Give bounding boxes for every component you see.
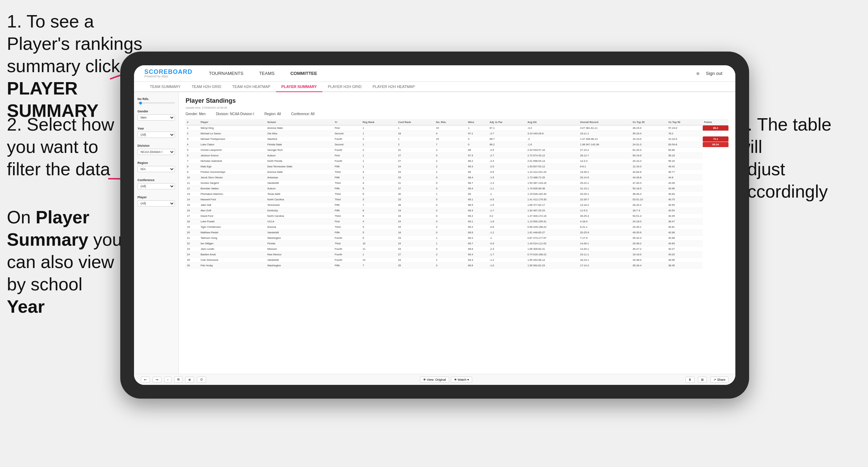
col-school: School: [266, 119, 333, 125]
redo-button[interactable]: ↪: [153, 377, 162, 383]
instruction-bottom: On Player Summary you can also view by s…: [7, 206, 124, 318]
table-row: 2Michael Le SassoOle MissSecond118067.1-…: [186, 131, 728, 136]
header-right: ⊕ Sign out: [696, 69, 725, 77]
subnav-team-summary[interactable]: TEAM SUMMARY: [144, 82, 186, 92]
col-num: #: [186, 119, 199, 125]
table-row: 11Gordon SargentVanderbiltThird421068.7-…: [186, 180, 728, 186]
toolbar-center: 👁 View: Original 👁 Watch ▾: [420, 377, 472, 383]
subnav-team-h2h-heatmap[interactable]: TEAM H2H HEATMAP: [227, 82, 276, 92]
conference-section: Conference (All): [137, 178, 175, 189]
page-title: Player Standings: [186, 97, 728, 104]
no-rds-slider[interactable]: [137, 102, 175, 103]
eye-icon: 👁: [423, 378, 426, 381]
col-wins: Wins: [467, 119, 488, 125]
table-area: Player Standings Update time: 27/03/2024…: [179, 92, 735, 374]
filter-division: Division: NCAA Division I: [216, 112, 254, 116]
col-conf-rank: Conf Rank: [397, 119, 434, 125]
table-row: 1Wenyi DingArizona StateFirst1115167.1-3…: [186, 125, 728, 131]
player-select[interactable]: (All): [137, 200, 175, 207]
filters-row: Gender: Men Division: NCAA Division I Re…: [186, 112, 728, 116]
copy-button[interactable]: ⧉: [174, 376, 182, 383]
back-button[interactable]: ‹: [164, 377, 171, 383]
table-row: 15Jake HallTennesseeFifth728068.5-1.51.6…: [186, 202, 728, 208]
logo-text: SCOREBOARD: [144, 69, 192, 75]
table-row: 19Tiger ChristensenArizonaThird523269.2-…: [186, 224, 728, 230]
table-row: 23Jack LundinMissouriFourth1124068.6-2.3…: [186, 246, 728, 252]
grid-button[interactable]: ⊞: [698, 377, 707, 383]
watch-icon: 👁: [454, 378, 457, 381]
table-row: 8Mats EgeEast Tennessee StateFifth124268…: [186, 164, 728, 169]
view-button[interactable]: 👁 View: Original: [420, 377, 449, 383]
table-row: 24Bastien AmatNew MexicoFourth127269.4-1…: [186, 252, 728, 257]
table-row: 14Maxwell FordNorth CarolinaThird323069.…: [186, 197, 728, 202]
year-select[interactable]: (All): [137, 132, 175, 138]
table-row: 5Christo LamprechtGeorgia TechFourth2212…: [186, 147, 728, 153]
subnav-player-summary[interactable]: PLAYER SUMMARY: [276, 82, 322, 92]
share-button[interactable]: ↗ Share: [710, 377, 728, 383]
col-avg-sg: Avg SG: [526, 119, 579, 125]
tablet-screen: SCOREBOARD Powered by dippi TOURNAMENTS …: [134, 65, 735, 385]
main-content: No Rds. Gender Men Year (All): [134, 92, 735, 374]
instruction-step3: 3. The table will adjust accordingly: [737, 113, 861, 203]
table-row: 20Matthew RiedelVanderbiltFifth518068.6-…: [186, 230, 728, 235]
clock-button[interactable]: ⏱: [197, 377, 206, 383]
year-section: Year (All): [137, 127, 175, 138]
table-row: 22Ian GilliganFloridaThird1024168.7-0.91…: [186, 241, 728, 246]
sub-nav: TEAM SUMMARY TEAM H2H GRID TEAM H2H HEAT…: [134, 82, 735, 92]
share-icon: ↗: [713, 378, 716, 381]
sign-out-link[interactable]: Sign out: [703, 69, 725, 77]
undo-button[interactable]: ↩: [141, 377, 150, 383]
col-player: Player: [199, 119, 266, 125]
update-time: Update time: 27/03/2024 16:56:26: [186, 106, 728, 109]
region-select[interactable]: N/A: [137, 166, 175, 172]
table-row: 3Michael ThorbjornsenStanfordFourth21150…: [186, 136, 728, 142]
gender-select[interactable]: Men: [137, 114, 175, 121]
col-no-rds: No. Rds.: [435, 119, 467, 125]
filter-gender: Gender: Men: [186, 112, 205, 116]
col-yr: Yr: [333, 119, 361, 125]
nav-teams[interactable]: TEAMS: [256, 69, 277, 77]
filter-region: Region: All: [265, 112, 281, 116]
region-section: Region N/A: [137, 161, 175, 172]
bottom-toolbar: ↩ ↪ ‹ ⧉ ⊕ ⏱ 👁 View: Original 👁 Watch ▾: [134, 374, 735, 385]
division-select[interactable]: NCAA Division I: [137, 149, 175, 155]
no-rds-section: No Rds.: [137, 97, 175, 103]
col-vs-top25: Vs Top 25: [631, 119, 667, 125]
app-header: SCOREBOARD Powered by dippi TOURNAMENTS …: [134, 65, 735, 82]
col-vs-top50: Vs Top 50: [667, 119, 703, 125]
col-overall-record: Overall Record: [579, 119, 631, 125]
table-row: 13Phichakun MaichonTexas A&MThird630169-…: [186, 191, 728, 197]
gender-section: Gender Men: [137, 110, 175, 121]
table-row: 4Luke ClatonFlorida StateSecond127068.2-…: [186, 142, 728, 147]
table-row: 12Brendan ValdesAuburnFifth527068.4-1.11…: [186, 186, 728, 191]
conference-select[interactable]: (All): [137, 183, 175, 189]
toolbar-left: ↩ ↪ ‹ ⧉ ⊕ ⏱: [141, 376, 206, 383]
player-section: Player (All): [137, 196, 175, 207]
nav-tournaments[interactable]: TOURNAMENTS: [206, 69, 246, 77]
download-button[interactable]: ⬇: [686, 377, 694, 383]
nav-committee[interactable]: COMMITTEE: [288, 69, 320, 77]
subnav-player-h2h-grid[interactable]: PLAYER H2H GRID: [322, 82, 367, 92]
logo-area: SCOREBOARD Powered by dippi: [144, 69, 192, 78]
table-header-row: # Player School Yr Reg Rank Conf Rank No…: [186, 119, 728, 125]
table-row: 6Jackson KoivunAuburnFirst127067.3-2.72.…: [186, 153, 728, 158]
table-row: 17David FordNorth CarolinaThird924069.20…: [186, 213, 728, 219]
paste-button[interactable]: ⊕: [185, 377, 194, 383]
table-row: 18Luke PowellUCLAFirst424069.1-1.81.13 5…: [186, 219, 728, 224]
filter-conference: Conference: All: [291, 112, 314, 116]
main-nav: TOURNAMENTS TEAMS COMMITTEE: [206, 69, 682, 77]
watch-button[interactable]: 👁 Watch ▾: [451, 377, 472, 383]
subnav-player-h2h-heatmap[interactable]: PLAYER H2H HEATMAP: [367, 82, 420, 92]
table-row: 9Preston SummerhaysArizona StateThird324…: [186, 169, 728, 175]
subnav-team-h2h-grid[interactable]: TEAM H2H GRID: [186, 82, 227, 92]
toolbar-right: ⬇ ⊞ ↗ Share: [686, 377, 728, 383]
instruction-step2: 2. Select how you want to filter the dat…: [7, 113, 117, 180]
sidebar: No Rds. Gender Men Year (All): [134, 92, 179, 374]
col-points: Points: [703, 119, 728, 125]
table-row: 16Alex GoffKentuckyFifth819068.3-1.71.92…: [186, 208, 728, 213]
table-row: 25Cole SherwoodVanderbiltFourth1223169.3…: [186, 257, 728, 263]
col-reg-rank: Reg Rank: [361, 119, 397, 125]
col-adj-to-par: Adj. to Par: [488, 119, 526, 125]
division-section: Division NCAA Division I: [137, 144, 175, 155]
table-row: 7Nicholas GabrelcikNorth FloridaFourth12…: [186, 158, 728, 164]
